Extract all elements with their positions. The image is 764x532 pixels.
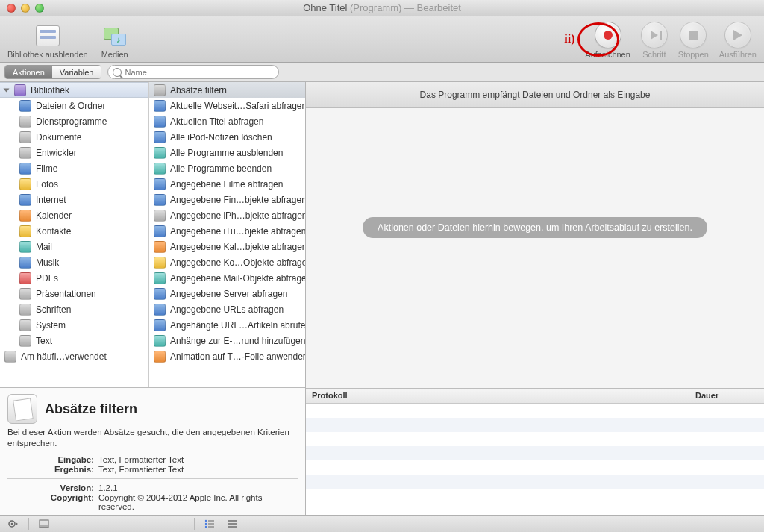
category-item[interactable]: Kontakte xyxy=(0,223,148,239)
action-item[interactable]: Aktuellen Titel abfragen xyxy=(149,113,305,129)
action-item[interactable]: Absätze filtern xyxy=(149,82,305,98)
tab-actions[interactable]: Aktionen xyxy=(5,66,52,78)
log-row xyxy=(306,460,764,475)
category-item[interactable]: Text xyxy=(0,333,148,348)
action-list[interactable]: Absätze filternAktuelle Webseit…Safari a… xyxy=(149,82,305,387)
category-list[interactable]: Bibliothek Dateien & OrdnerDienstprogram… xyxy=(0,82,149,387)
action-item[interactable]: Animation auf T…-Folie anwenden xyxy=(149,348,305,364)
search-icon xyxy=(113,68,122,77)
category-icon xyxy=(19,116,31,128)
svg-rect-7 xyxy=(208,520,214,521)
action-label: Animation auf T…-Folie anwenden xyxy=(170,351,305,362)
action-item[interactable]: Angegebene iTu…bjekte abfragen xyxy=(149,223,305,239)
action-info-panel: Absätze filtern Bei dieser Aktion werden… xyxy=(0,387,305,515)
workflow-list-view-button[interactable] xyxy=(202,518,217,530)
disclosure-triangle-icon[interactable] xyxy=(4,88,10,92)
workflow-log-view-button[interactable] xyxy=(225,518,239,530)
run-button[interactable]: Ausführen xyxy=(719,22,757,59)
category-icon xyxy=(19,288,31,300)
action-label: Angegebene iTu…bjekte abfragen xyxy=(170,226,305,237)
category-icon xyxy=(19,257,31,269)
tab-variables[interactable]: Variablen xyxy=(52,66,101,78)
category-item[interactable]: Präsentationen xyxy=(0,286,148,301)
category-item[interactable]: Entwickler xyxy=(0,145,148,160)
stop-button[interactable]: Stoppen xyxy=(678,22,709,59)
log-panel: Protokoll Dauer xyxy=(306,388,764,515)
library-tab-row: Aktionen Variablen xyxy=(0,63,764,82)
most-used-row[interactable]: Am häufi…verwendet xyxy=(0,348,148,364)
category-item[interactable]: Fotos xyxy=(0,176,148,192)
log-row xyxy=(306,489,764,503)
action-item[interactable]: Angegebene URLs abfragen xyxy=(149,301,305,317)
action-label: Aktuelle Webseit…Safari abfragen xyxy=(170,101,305,111)
log-row xyxy=(306,475,764,489)
close-window-button[interactable] xyxy=(7,4,16,13)
category-item[interactable]: Dienstprogramme xyxy=(0,113,148,129)
category-icon xyxy=(19,241,31,253)
action-item[interactable]: Alle iPod-Notizen löschen xyxy=(149,129,305,145)
run-label: Ausführen xyxy=(719,50,757,59)
category-item[interactable]: Internet xyxy=(0,192,148,207)
category-icon xyxy=(19,210,31,222)
category-label: Mail xyxy=(36,242,52,252)
category-icon xyxy=(19,147,31,159)
action-item[interactable]: Angegebene Kal…bjekte abfragen xyxy=(149,239,305,254)
category-item[interactable]: Mail xyxy=(0,239,148,254)
action-item[interactable]: Angegebene iPh…bjekte abfragen xyxy=(149,207,305,223)
log-row xyxy=(306,418,764,432)
action-icon xyxy=(154,319,166,331)
zoom-window-button[interactable] xyxy=(35,4,44,13)
action-item[interactable]: Anhänge zur E-…rund hinzufügen xyxy=(149,333,305,348)
step-button[interactable]: Schritt xyxy=(641,22,668,59)
category-icon xyxy=(19,335,31,347)
category-label: Entwickler xyxy=(36,148,77,158)
action-icon xyxy=(154,178,166,190)
info-result-key: Ergebnis: xyxy=(45,465,94,474)
category-icon xyxy=(19,319,31,331)
action-item[interactable]: Angegebene Server abfragen xyxy=(149,286,305,301)
action-icon xyxy=(154,116,166,128)
search-field[interactable] xyxy=(107,65,279,79)
workflow-canvas[interactable]: Aktionen oder Dateien hierhin bewegen, u… xyxy=(306,108,764,388)
category-label: Filme xyxy=(36,163,57,174)
toggle-info-panel-button[interactable] xyxy=(37,518,51,530)
category-label: Kontakte xyxy=(36,226,71,237)
minimize-window-button[interactable] xyxy=(21,4,30,13)
gear-menu-button[interactable] xyxy=(6,518,21,530)
library-header-row[interactable]: Bibliothek xyxy=(0,82,148,98)
action-item[interactable]: Angegebene Ko…Objekte abfragen xyxy=(149,254,305,270)
category-item[interactable]: Filme xyxy=(0,160,148,176)
action-item[interactable]: Angehängte URL…Artikeln abrufen xyxy=(149,317,305,333)
action-icon xyxy=(154,304,166,316)
workflow-input-hint-text: Das Programm empfängt Dateien und Ordner… xyxy=(420,90,651,100)
search-input[interactable] xyxy=(125,68,274,77)
log-col-protocol[interactable]: Protokoll xyxy=(306,389,689,403)
action-icon xyxy=(154,335,166,347)
action-item[interactable]: Aktuelle Webseit…Safari abfragen xyxy=(149,98,305,113)
log-body[interactable] xyxy=(306,404,764,515)
action-label: Angegebene Fin…bjekte abfragen xyxy=(170,195,305,205)
record-icon xyxy=(604,31,613,40)
info-input-value: Text, Formatierter Text xyxy=(98,455,184,464)
log-col-duration[interactable]: Dauer xyxy=(689,389,764,403)
category-label: Musik xyxy=(36,257,59,268)
category-item[interactable]: System xyxy=(0,317,148,333)
action-item[interactable]: Alle Programme ausblenden xyxy=(149,145,305,160)
category-item[interactable]: Kalender xyxy=(0,207,148,223)
category-item[interactable]: Dateien & Ordner xyxy=(0,98,148,113)
action-item[interactable]: Alle Programme beenden xyxy=(149,160,305,176)
action-item[interactable]: Angegebene Mail-Objekte abfragen xyxy=(149,270,305,286)
hide-library-button[interactable]: Bibliothek ausblenden xyxy=(7,23,88,59)
category-item[interactable]: Musik xyxy=(0,254,148,270)
action-item[interactable]: Angegebene Fin…bjekte abfragen xyxy=(149,192,305,207)
media-label: Medien xyxy=(101,50,128,59)
action-item[interactable]: Angegebene Filme abfragen xyxy=(149,176,305,192)
record-button[interactable]: Aufzeichnen xyxy=(585,22,630,59)
annotation-label: ii) xyxy=(564,32,574,46)
action-label: Absätze filtern xyxy=(170,85,227,96)
action-icon xyxy=(154,194,166,206)
category-item[interactable]: Dokumente xyxy=(0,129,148,145)
category-item[interactable]: PDFs xyxy=(0,270,148,286)
media-button[interactable]: Medien xyxy=(101,23,128,59)
category-item[interactable]: Schriften xyxy=(0,301,148,317)
